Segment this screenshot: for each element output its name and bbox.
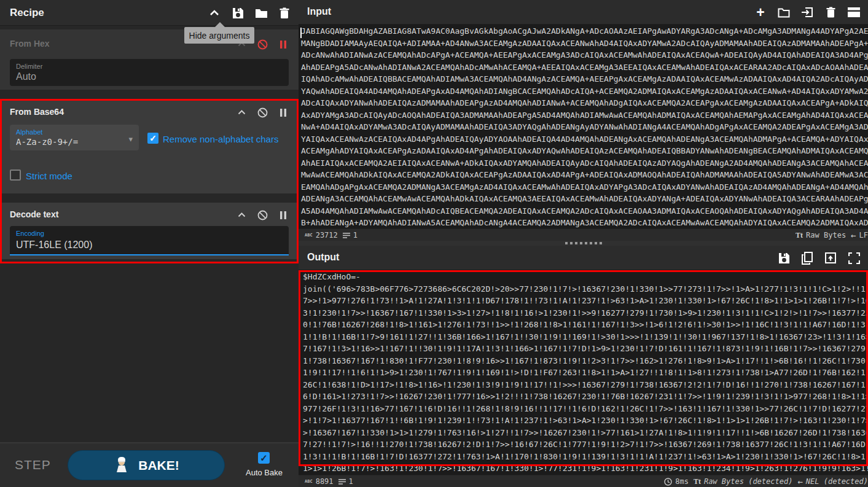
output-line: 7>>!1>977!276!1!73!!1>A!1!27A!1!3!1!1!D6…: [301, 296, 868, 308]
io-splitter-handle[interactable]: [299, 241, 868, 246]
text-caret: [300, 28, 302, 38]
output-status-bar: ABC8891 1 8ms TtRaw Bytes (detected) ←NE…: [299, 475, 868, 487]
output-line-count: 1: [349, 477, 353, 486]
output-line: >!16367!167!1!330!1>1>1!279!1!763!16!>1!…: [301, 428, 868, 440]
io-panel: Input + JABIAGQAWgBDAHgAZABIAG8AT: [299, 0, 868, 487]
op-from-base64-title: From Base64: [10, 107, 64, 117]
cyberchef-app: Recipe From Hex: [0, 0, 868, 487]
recipe-controls: STEP BAKE! ✓ Auto Bake: [0, 442, 299, 487]
alphabet-label: Alphabet: [16, 128, 42, 136]
remove-non-alphabet-checkbox[interactable]: ✓: [147, 133, 158, 144]
op-decode-text-collapse-chevron-icon[interactable]: [235, 208, 248, 222]
clear-recipe-trash-icon[interactable]: [278, 6, 291, 20]
output-line: 1!738!16367!167!1!830!1!F77!230!1!8!9!16…: [301, 356, 868, 368]
output-line: 977!26F!1!3!1!16>77!167!1!6!D!16!!1!268!…: [301, 404, 868, 416]
bake-time: 8ms: [664, 477, 689, 486]
input-header: Input +: [299, 0, 868, 25]
output-line: >!1!7>1!16377!167!1!!6B!1!9!1!239!1!!73!…: [301, 416, 868, 428]
bake-button[interactable]: BAKE!: [68, 450, 225, 480]
input-textarea[interactable]: JABIAGQAWgBDAHgAZABIAG8ATwA9AC0AagBvAGkA…: [299, 25, 868, 228]
op-decode-text-disable-icon[interactable]: [256, 208, 269, 222]
save-output-icon[interactable]: [777, 251, 791, 265]
tooltip-arrow: [215, 22, 225, 27]
input-line: AxADYAMgA3ADcAIQAyADcAOQAhADEAIQA3ADMAMA…: [301, 111, 868, 123]
strict-mode-checkbox[interactable]: [10, 169, 21, 181]
bake-button-label: BAKE!: [138, 458, 179, 473]
delimiter-label: Delimiter: [16, 63, 42, 70]
input-line: ADEANgA3ACEAMQAhACEAMwAwACEAMQAhADkAIQAx…: [301, 194, 868, 206]
input-line: A5AD4AMQAhADIAMwAwACEAMQAhADcAIQBEACEAMQ…: [301, 206, 868, 219]
decode-text-encoding-select[interactable]: Encoding UTF-16LE (1200): [10, 226, 289, 255]
load-recipe-folder-icon[interactable]: [254, 6, 268, 20]
op-from-base64-disable-icon[interactable]: [256, 106, 269, 119]
op-from-base64-breakpoint-pause-icon[interactable]: [276, 106, 290, 119]
maximise-output-icon[interactable]: [847, 251, 861, 265]
save-recipe-icon[interactable]: [231, 6, 244, 20]
op-from-base64[interactable]: From Base64 Alphabet A-Za-z0-9+/= ▾: [0, 100, 299, 193]
hide-arguments-tooltip: Hide arguments: [184, 27, 254, 44]
delimiter-value: Auto: [16, 71, 36, 82]
recipe-title: Recipe: [10, 7, 44, 19]
open-file-import-icon[interactable]: [800, 6, 814, 19]
output-line: 26C!1!638!1!D>1!17>!1!8>1!16>!1!230!1!3!…: [301, 380, 868, 392]
input-line: NwA+AD4AIQAxADYAMwA3ADcAIQAyADMAMAAhADEA…: [301, 122, 868, 134]
output-line: 7!27!!1!7!>!16!!1!270!1!738!16267!2!D!1!…: [301, 440, 868, 452]
add-input-tab-plus-icon[interactable]: +: [754, 6, 767, 19]
base64-alphabet-select[interactable]: Alphabet A-Za-z0-9+/= ▾: [10, 125, 139, 150]
input-title: Input: [307, 6, 331, 17]
input-encoding-selector[interactable]: TtRaw Bytes: [796, 231, 846, 240]
open-output-in-new-tab-icon[interactable]: [824, 251, 837, 265]
recipe-panel: Recipe From Hex: [0, 0, 299, 487]
drag-handle-dots-icon: [565, 242, 602, 244]
auto-bake-label[interactable]: Auto Bake: [241, 468, 287, 477]
input-line: EAMQAhADgAPgAxACEAMQA2ADMANgA3ACEAMgAzAD…: [301, 182, 868, 195]
clear-input-trash-icon[interactable]: [824, 6, 837, 19]
input-status-bar: ABC23712 1 TtRaw Bytes ←LF: [299, 228, 868, 241]
input-line: ACEAMgAhADYAIQAxACEAPgAzADAAIQAxAD4APgAh…: [301, 146, 868, 158]
input-tabs-layout-icon[interactable]: [847, 6, 861, 19]
input-line: JABIAGQAWgBDAHgAZABIAG8ATwA9AC0AagBvAGkA…: [301, 26, 868, 39]
output-line: $HdZCxdHoO=-: [301, 272, 868, 284]
output-title: Output: [307, 252, 339, 263]
op-from-hex-disable-icon[interactable]: [256, 37, 269, 51]
output-line: 6!D!161>1!273!1!7>>!16267!230!1!777!16>>…: [301, 392, 868, 404]
output-line: 1>1>1!26B!1!7!>!163!1!230!1!7>>!16367!16…: [301, 464, 868, 475]
input-line: AhADEAPgA5ADcANwAhADIANwA2ACEAMQAhADcAMw…: [301, 63, 868, 75]
op-from-hex-title: From Hex: [10, 39, 50, 49]
strict-mode-label[interactable]: Strict mode: [26, 171, 72, 181]
input-eol-selector[interactable]: ←LF: [851, 230, 868, 240]
output-line: 1!1!B!1!16B!1!7>9!161!1!27!!1!36B!166>1!…: [301, 332, 868, 345]
output-line: 0!1!76B!16267!268!1!8>1!161>1!276!1!73!!…: [301, 320, 868, 332]
recipe-list: From Hex Delimiter Auto: [0, 26, 299, 442]
from-hex-delimiter-select[interactable]: Delimiter Auto: [10, 59, 289, 86]
output-textarea[interactable]: $HdZCxdHoO=- join(('696>783B>06F776>7273…: [299, 270, 868, 475]
output-eol-selector[interactable]: ←NEL (detected): [797, 477, 868, 486]
char-count-icon: ABC: [305, 479, 313, 484]
alphabet-value: A-Za-z0-9+/=: [16, 137, 78, 147]
input-line: AhAEIAIQAxACEAMQA2AEIAIQAxACEANwA+ADkAIQ…: [301, 158, 868, 171]
step-button[interactable]: STEP: [15, 458, 51, 472]
output-line: 1!3!1!1!B!1!16B!1!7!D!16377!272!1!763!1>…: [301, 452, 868, 464]
remove-non-alphabet-label[interactable]: Remove non-alphabet chars: [163, 134, 278, 144]
op-from-base64-collapse-chevron-icon[interactable]: [235, 106, 248, 119]
input-line: ADcANwAhADIANwAzACEAMQAhADcAPgA+ACEAMQA+…: [301, 50, 868, 63]
hide-arguments-chevron-icon[interactable]: [208, 6, 221, 20]
op-decode-text[interactable]: Decode text Encoding UTF-16LE (1200): [0, 203, 299, 259]
input-line: MwAwACEAMQAhADkAIQAxACEAMQA2ADkAIQAxACEA…: [301, 170, 868, 182]
input-line: YAQwAhADEAIQA4AD4AMQAhADEAPgAxAD4AMQAhAD…: [301, 87, 868, 99]
chef-icon: [113, 456, 130, 475]
input-line: MANgBDADIAMAAyAEQAIQA+ADIAMAA+AD4ANwA3AC…: [301, 39, 868, 51]
op-decode-text-title: Decode text: [10, 209, 58, 219]
copy-output-icon[interactable]: [800, 251, 814, 265]
auto-bake-checkbox[interactable]: ✓: [258, 452, 270, 464]
open-folder-icon[interactable]: [777, 6, 791, 19]
recipe-header: Recipe: [0, 0, 299, 26]
line-count-icon: [338, 479, 346, 485]
chevron-down-icon: ▾: [128, 134, 133, 144]
op-from-hex-breakpoint-pause-icon[interactable]: [276, 37, 290, 51]
op-decode-text-breakpoint-pause-icon[interactable]: [276, 208, 290, 222]
output-encoding-selector[interactable]: TtRaw Bytes (detected): [694, 477, 793, 486]
output-line: 3!1!230!1!7>>!16367!167!1!330!1>3>1!27>!…: [301, 308, 868, 321]
clock-icon: [664, 478, 672, 486]
input-length: 23712: [316, 231, 338, 240]
